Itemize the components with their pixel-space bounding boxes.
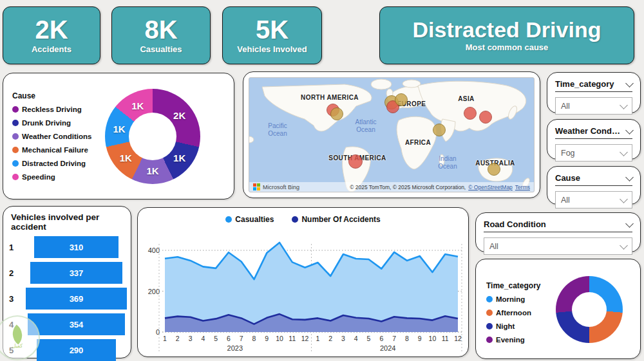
svg-text:4: 4 [201,335,205,342]
svg-text:11: 11 [289,335,296,342]
map-continent-label: NORTH AMERICA [301,94,359,101]
terms-link[interactable]: Terms [515,184,530,190]
funnel-bar-zone: 369 [26,288,127,310]
funnel-row: 1310 [3,234,131,260]
map-bubble[interactable] [433,124,446,136]
slicer-header[interactable]: Weather Cond… [555,126,632,139]
legend-item[interactable]: Speeding [12,173,91,181]
funnel-row: 4354 [3,311,131,337]
slicer-value: Fog [561,149,575,158]
chevron-down-icon [620,195,628,203]
legend-item[interactable]: Weather Conditions [12,133,91,140]
slicer-title: Time_category [555,79,614,89]
svg-text:2: 2 [328,335,332,342]
funnel-chart[interactable]: 13102337336943545290 [3,234,131,361]
cause-donut-card: Cause Reckless DrivingDrunk DrivingWeath… [3,73,234,199]
legend-item[interactable]: Night [486,322,541,330]
svg-text:7: 7 [240,335,243,342]
map-bubble[interactable] [330,107,343,120]
donut-hole [129,113,176,160]
legend-dot-icon [12,120,19,126]
funnel-bar-zone: 290 [26,339,127,361]
funnel-bar[interactable]: 354 [28,313,125,335]
svg-text:2024: 2024 [380,344,395,352]
slicer-header[interactable]: Cause [555,173,632,186]
bing-brand: Microsoft Bing [253,183,299,190]
funnel-row: 5290 [3,337,131,361]
trend-chart-svg[interactable]: 0200400123456789101112123456789101112202… [138,208,468,356]
slicer-dropdown[interactable]: All [555,191,632,208]
svg-text:3: 3 [341,335,345,342]
legend-item[interactable]: Mechanical Failure [12,146,91,154]
svg-text:10: 10 [276,335,283,342]
legend-label: Afternoon [496,309,531,317]
map-ocean-label: AtlanticOcean [355,118,377,133]
map-attribution-text: © 2025 TomTom, © 2025 Microsoft Corporat… [350,184,466,190]
slicer-title: Cause [555,173,580,183]
svg-text:8: 8 [405,335,409,342]
slicer-dropdown[interactable]: Fog [555,144,632,162]
cause-donut-chart[interactable]: 2K1K1K1K1K1K [105,89,200,184]
slicer-header[interactable]: Time_category [555,79,632,92]
chevron-down-icon[interactable] [625,173,634,181]
legend-dot-icon [486,310,493,316]
donut-slice-label: 2K [173,109,185,120]
map-bubble[interactable] [348,154,363,169]
slicer-value: All [561,196,570,205]
map-bubble[interactable] [479,111,492,124]
funnel-bar[interactable]: 337 [30,262,122,284]
map-ocean-label: IndianOcean [438,155,457,170]
legend-item[interactable]: Drunk Driving [12,119,91,127]
legend-dot-icon [12,106,19,113]
legend-dot-icon [12,133,19,140]
svg-text:2023: 2023 [227,344,243,352]
svg-text:2: 2 [176,335,180,342]
time-donut-chart[interactable] [556,276,623,343]
trend-chart-card: CasualtiesNumber Of Accidents 0200400123… [137,207,469,357]
chevron-down-icon[interactable] [625,79,634,88]
funnel-bar[interactable]: 310 [34,236,119,258]
legend-dot-icon [12,174,19,180]
chevron-down-icon[interactable] [625,126,634,134]
legend-title: Cause [12,91,91,100]
map-bubble[interactable] [464,107,477,120]
funnel-bar[interactable]: 369 [26,288,127,310]
funnel-bar-zone: 337 [26,262,127,284]
legend-label: Reckless Driving [22,106,82,113]
kpi-label: Vehicles Involved [237,44,307,54]
slicer-header[interactable]: Road Condition [484,219,632,232]
svg-text:5: 5 [367,335,371,342]
kpi-value: 8K [144,17,177,43]
donut-slice-label: 1K [173,153,185,163]
donut-hole [572,292,607,327]
legend-dot-icon [12,147,19,153]
donut-slice-label: 1K [146,165,158,176]
openstreetmap-link[interactable]: © OpenStreetMap [468,184,513,190]
funnel-title: Vehicles involved per accident [11,212,131,232]
legend-item[interactable]: Distracted Driving [12,160,91,167]
svg-text:10: 10 [429,335,437,342]
legend-item[interactable]: Reckless Driving [12,106,91,113]
svg-text:5: 5 [214,335,218,342]
legend-item[interactable]: Evening [486,336,541,344]
svg-text:1: 1 [316,335,319,342]
slicer-dropdown[interactable]: All [484,237,632,255]
slicer-title: Weather Cond… [555,126,620,136]
funnel-bar[interactable]: 290 [37,339,116,361]
world-map[interactable]: NORTH AMERICAEUROPEASIAAFRICASOUTH AMERI… [249,77,535,192]
slicer-dropdown[interactable]: All [555,97,632,115]
svg-text:7: 7 [392,335,396,342]
svg-text:9: 9 [418,335,422,342]
svg-text:6: 6 [227,335,231,342]
chevron-down-icon [620,101,628,109]
legend-item[interactable]: Afternoon [486,309,541,317]
map-bubble[interactable] [488,163,500,176]
legend-item[interactable]: Morning [486,295,541,303]
chevron-down-icon[interactable] [625,219,634,228]
svg-text:12: 12 [454,335,462,342]
chevron-down-icon [620,148,628,156]
slicer-time-category: Time_category All [547,72,641,113]
funnel-category-label: 3 [3,294,26,304]
map-bubble[interactable] [395,93,408,106]
legend-dot-icon [486,323,493,329]
